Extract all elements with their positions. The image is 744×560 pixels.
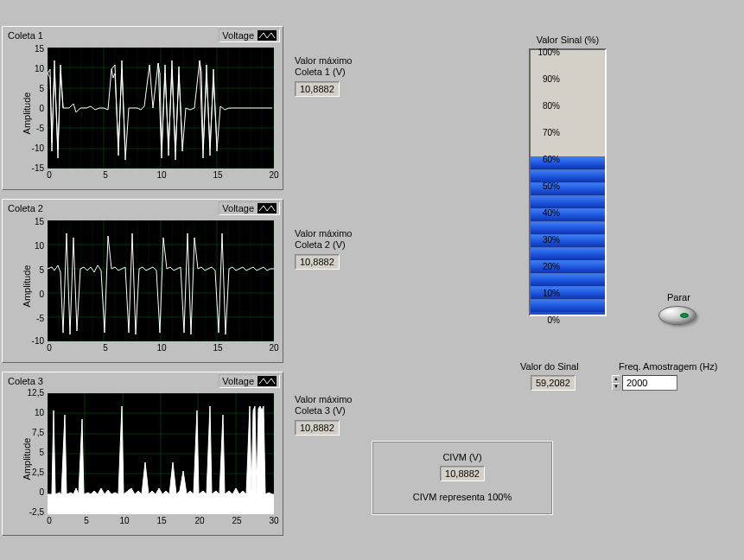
y-tick: 12,5 xyxy=(22,388,44,398)
y-tick: 10 xyxy=(22,408,44,417)
max-value-label-1: Valor máximo Coleta 1 (V) xyxy=(295,55,352,78)
x-tick: 20 xyxy=(265,170,283,180)
y-tick: 10 xyxy=(22,64,44,73)
tank-tick: 0% xyxy=(529,315,560,325)
legend-label: Voltage xyxy=(222,30,254,41)
x-tick: 0 xyxy=(41,343,58,353)
civm-value: 10,8882 xyxy=(440,466,485,481)
tank-tick: 30% xyxy=(529,235,560,245)
valor-sinal-value: 59,2082 xyxy=(531,375,575,391)
legend-label: Voltage xyxy=(222,203,254,213)
chart-title: Coleta 3 xyxy=(8,376,43,386)
x-tick: 0 xyxy=(41,170,58,180)
chart-title: Coleta 2 xyxy=(8,203,43,213)
x-tick: 5 xyxy=(97,170,114,180)
x-tick: 25 xyxy=(228,516,245,525)
chart-title: Coleta 1 xyxy=(8,30,43,41)
signal-tank: Valor Sinal (%) 100%90%80%70%60%50%40%30… xyxy=(494,35,641,316)
chart-panel-coleta1: Coleta 1 Voltage Amplitude 15 10 5 0 -5 … xyxy=(2,26,283,190)
freq-input[interactable]: 2000 xyxy=(622,375,677,391)
max-value-box-3: 10,8882 xyxy=(295,420,340,436)
parar-label: Parar xyxy=(667,292,690,303)
x-tick: 15 xyxy=(209,170,226,180)
x-tick: 0 xyxy=(41,516,58,525)
legend-swatch-icon xyxy=(258,203,277,213)
x-tick: 20 xyxy=(191,516,208,525)
x-tick: 30 xyxy=(265,516,283,525)
valor-sinal-label: Valor do Sinal xyxy=(520,361,579,372)
x-tick: 20 xyxy=(265,343,283,353)
x-tick: 5 xyxy=(78,516,95,525)
tank-tick: 40% xyxy=(529,208,560,218)
freq-spinner[interactable]: ▲ ▼ xyxy=(612,375,620,391)
y-tick: 0 xyxy=(22,104,44,113)
max-value-label-3: Valor máximo Coleta 3 (V) xyxy=(295,394,352,417)
legend-label: Voltage xyxy=(222,376,254,386)
y-tick: 5 xyxy=(22,448,44,457)
civm-note: CIVM representa 100% xyxy=(393,492,531,502)
y-tick: 0 xyxy=(22,487,44,497)
civm-label: CIVM (V) xyxy=(393,452,531,462)
tank-tick: 80% xyxy=(529,101,560,111)
chart-panel-coleta3: Coleta 3 Voltage Amplitude 12,5 10 7,5 5… xyxy=(2,372,283,536)
chart-legend[interactable]: Voltage xyxy=(219,29,280,42)
tank-tick: 70% xyxy=(529,128,560,137)
y-tick: 15 xyxy=(22,44,44,54)
spinner-down-icon[interactable]: ▼ xyxy=(612,383,620,391)
civm-panel: CIVM (V) 10,8882 CIVM representa 100% xyxy=(372,441,553,515)
plot-area[interactable] xyxy=(48,220,274,341)
freq-label: Freq. Amostragem (Hz) xyxy=(619,361,717,372)
plot-area[interactable] xyxy=(48,48,274,169)
chart-legend[interactable]: Voltage xyxy=(219,374,280,388)
y-tick: 5 xyxy=(22,84,44,93)
y-tick: 15 xyxy=(22,217,44,226)
tank-tick: 20% xyxy=(529,262,560,271)
max-value-box-2: 10,8882 xyxy=(295,254,340,270)
y-tick: 0 xyxy=(22,290,44,299)
max-value-box-1: 10,8882 xyxy=(295,81,340,97)
legend-swatch-icon xyxy=(258,30,277,41)
chart-legend[interactable]: Voltage xyxy=(219,201,280,215)
y-tick: -5 xyxy=(22,314,44,323)
y-tick: 10 xyxy=(22,241,44,251)
x-tick: 10 xyxy=(116,516,133,525)
y-tick: -10 xyxy=(22,143,44,153)
x-tick: 15 xyxy=(153,516,170,525)
spinner-up-icon[interactable]: ▲ xyxy=(612,375,620,383)
max-value-label-2: Valor máximo Coleta 2 (V) xyxy=(295,228,352,251)
y-tick: -5 xyxy=(22,124,44,133)
y-tick: 2,5 xyxy=(22,468,44,477)
tank-tick: 10% xyxy=(529,289,560,298)
y-tick: 5 xyxy=(22,265,44,275)
y-tick: 7,5 xyxy=(22,428,44,437)
x-tick: 5 xyxy=(97,343,114,353)
tank-tick: 100% xyxy=(529,48,560,57)
plot-area[interactable] xyxy=(48,393,274,514)
chart-panel-coleta2: Coleta 2 Voltage Amplitude 15 10 5 0 -5 … xyxy=(2,199,283,363)
x-tick: 15 xyxy=(209,343,226,353)
legend-swatch-icon xyxy=(258,376,277,386)
tank-title: Valor Sinal (%) xyxy=(494,35,641,45)
tank-tick: 60% xyxy=(529,155,560,164)
tank-tick: 50% xyxy=(529,181,560,191)
x-tick: 10 xyxy=(153,170,170,180)
tank-tick: 90% xyxy=(529,74,560,84)
parar-button[interactable] xyxy=(658,306,696,325)
x-tick: 10 xyxy=(153,343,170,353)
